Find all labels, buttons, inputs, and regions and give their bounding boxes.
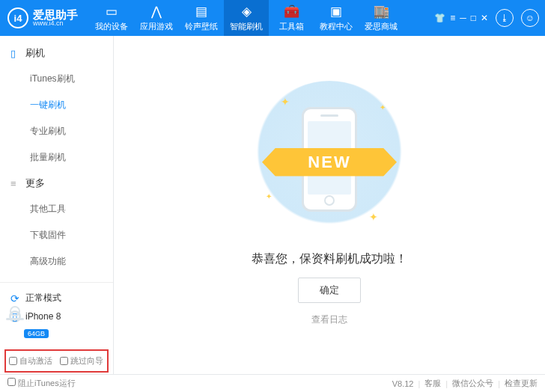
phone-icon: ▭ xyxy=(106,4,118,19)
toolbox-icon: 🧰 xyxy=(284,4,299,19)
spark-icon: ✦ xyxy=(281,96,290,108)
confirm-button[interactable]: 确定 xyxy=(298,278,361,303)
nav-flash[interactable]: ◈智能刷机 xyxy=(224,0,269,36)
update-link[interactable]: 检查更新 xyxy=(505,378,538,389)
sidebar-device-panel: ⟳正常模式 ▯iPhone 8 64GB xyxy=(0,282,113,345)
status-bar: 阻止iTunes运行 V8.12 | 客服 | 微信公众号 | 检查更新 xyxy=(0,374,545,392)
sidebar-item-firmware[interactable]: 下载固件 xyxy=(0,222,113,248)
sidebar-group-more: ≡更多 xyxy=(0,171,113,196)
sidebar-item-oneclick[interactable]: 一键刷机 xyxy=(0,92,113,118)
spark-icon: ✦ xyxy=(369,211,378,223)
title-bar: i4 爱思助手 www.i4.cn ▭我的设备 ⋀应用游戏 ▤铃声壁纸 ◈智能刷… xyxy=(0,0,545,36)
app-name: 爱思助手 xyxy=(33,9,78,20)
phone-small-icon: ▯ xyxy=(9,310,21,322)
new-banner: NEW xyxy=(262,148,397,177)
sidebar: ▯刷机 iTunes刷机 一键刷机 专业刷机 批量刷机 ≡更多 其他工具 下载固… xyxy=(0,36,114,374)
storage-badge: 64GB xyxy=(24,329,49,338)
checkbox-skip-guide[interactable] xyxy=(60,357,68,365)
nav-tutorial[interactable]: ▣教程中心 xyxy=(314,0,359,36)
nav-tools[interactable]: 🧰工具箱 xyxy=(269,0,314,36)
minimize-icon[interactable]: ─ xyxy=(460,13,466,23)
content-area: ✦ ✦ ✦ ✦ NEW 恭喜您，保资料刷机成功啦！ 确定 查看日志 xyxy=(114,36,545,374)
wechat-link[interactable]: 微信公众号 xyxy=(452,378,493,389)
more-icon: ≡ xyxy=(10,178,21,189)
device-icon: ▯ xyxy=(10,48,21,59)
checkbox-block-itunes[interactable] xyxy=(7,378,16,386)
success-illustration: ✦ ✦ ✦ ✦ NEW xyxy=(251,81,408,238)
maximize-icon[interactable]: □ xyxy=(471,13,476,23)
app-logo: i4 爱思助手 www.i4.cn xyxy=(7,7,78,28)
spark-icon: ✦ xyxy=(380,103,386,111)
view-log-link[interactable]: 查看日志 xyxy=(311,313,347,326)
sidebar-group-flash: ▯刷机 xyxy=(0,40,113,66)
refresh-icon: ⟳ xyxy=(9,293,21,304)
sidebar-item-pro[interactable]: 专业刷机 xyxy=(0,118,113,144)
window-controls: 👕 ≡ ─ □ ✕ ⭳ ☺ xyxy=(434,9,545,27)
menu-icon[interactable]: ≡ xyxy=(450,13,455,23)
apps-icon: ⋀ xyxy=(151,4,162,19)
support-link[interactable]: 客服 xyxy=(424,378,441,389)
nav-ringtone[interactable]: ▤铃声壁纸 xyxy=(179,0,224,36)
nav-apps[interactable]: ⋀应用游戏 xyxy=(134,0,179,36)
download-icon[interactable]: ⭳ xyxy=(496,9,514,27)
tshirt-icon[interactable]: 👕 xyxy=(434,13,445,23)
opt-auto-activate[interactable]: 自动激活 xyxy=(9,355,52,367)
close-icon[interactable]: ✕ xyxy=(481,13,488,23)
tutorial-icon: ▣ xyxy=(330,4,342,19)
flash-icon: ◈ xyxy=(242,4,252,19)
main-nav: ▭我的设备 ⋀应用游戏 ▤铃声壁纸 ◈智能刷机 🧰工具箱 ▣教程中心 🏬爱思商城 xyxy=(89,0,434,36)
store-icon: 🏬 xyxy=(374,4,389,19)
wallpaper-icon: ▤ xyxy=(195,4,207,19)
spark-icon: ✦ xyxy=(266,192,272,200)
device-row[interactable]: ▯iPhone 8 xyxy=(7,307,106,325)
sidebar-item-advanced[interactable]: 高级功能 xyxy=(0,248,113,275)
mode-row[interactable]: ⟳正常模式 xyxy=(7,289,106,307)
app-url: www.i4.cn xyxy=(33,20,78,27)
success-message: 恭喜您，保资料刷机成功啦！ xyxy=(252,251,407,267)
opt-skip-guide[interactable]: 跳过向导 xyxy=(60,355,103,367)
checkbox-auto-activate[interactable] xyxy=(9,357,17,365)
options-highlight: 自动激活 跳过向导 xyxy=(4,349,109,373)
user-icon[interactable]: ☺ xyxy=(521,9,539,27)
block-itunes-option[interactable]: 阻止iTunes运行 xyxy=(7,378,76,389)
sidebar-item-batch[interactable]: 批量刷机 xyxy=(0,144,113,171)
nav-store[interactable]: 🏬爱思商城 xyxy=(359,0,404,36)
sidebar-item-itunes[interactable]: iTunes刷机 xyxy=(0,66,113,92)
sidebar-item-other[interactable]: 其他工具 xyxy=(0,196,113,222)
logo-icon: i4 xyxy=(7,7,28,28)
version-label: V8.12 xyxy=(392,379,414,388)
nav-device[interactable]: ▭我的设备 xyxy=(89,0,134,36)
